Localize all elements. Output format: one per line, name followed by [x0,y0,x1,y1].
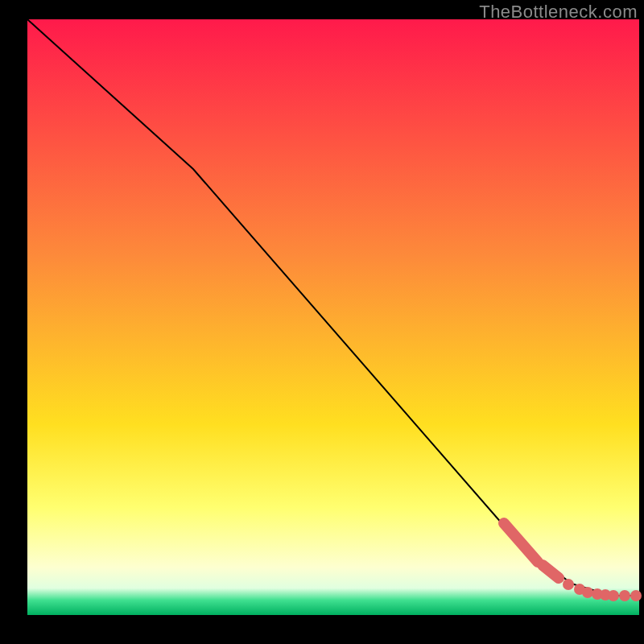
marker-dot [630,590,642,601]
marker-dot [582,587,593,598]
chart-svg [0,0,644,644]
marker-dot [563,579,574,590]
watermark-text: TheBottleneck.com [479,2,638,23]
chart-container: { "watermark": "TheBottleneck.com", "cha… [0,0,644,644]
gradient-background [27,19,639,615]
marker-dot [619,590,630,601]
marker-dot [608,590,619,601]
